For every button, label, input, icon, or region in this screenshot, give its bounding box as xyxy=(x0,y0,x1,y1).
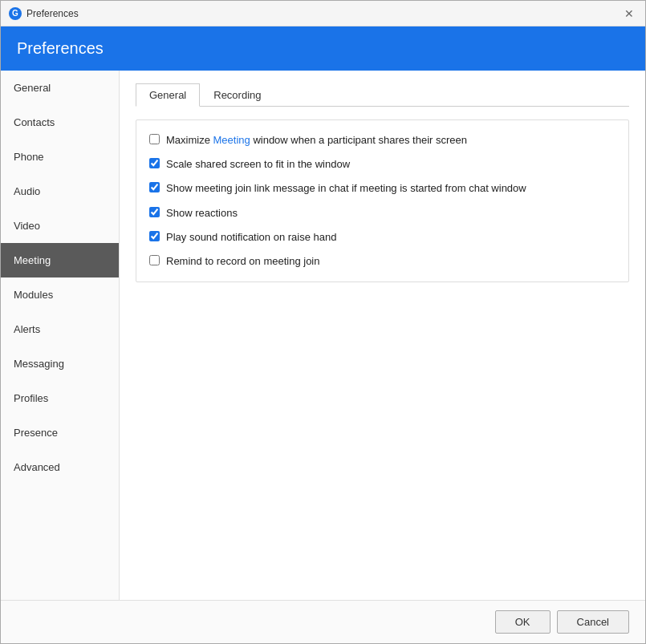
label-maximize-meeting: Maximize Meeting window when a participa… xyxy=(166,133,467,148)
sidebar-item-general[interactable]: General xyxy=(1,71,119,105)
sidebar-item-phone[interactable]: Phone xyxy=(1,140,119,174)
label-show-join-link: Show meeting join link message in chat i… xyxy=(166,181,526,196)
option-maximize-meeting: Maximize Meeting window when a participa… xyxy=(149,133,616,148)
header-title: Preferences xyxy=(17,39,104,57)
sidebar: General Contacts Phone Audio Video Meeti… xyxy=(1,71,120,600)
title-bar: G Preferences ✕ xyxy=(1,1,645,26)
checkbox-maximize-meeting[interactable] xyxy=(149,134,160,144)
label-remind-record: Remind to record on meeting join xyxy=(166,254,320,269)
sidebar-item-modules[interactable]: Modules xyxy=(1,277,119,312)
tab-general[interactable]: General xyxy=(136,83,200,107)
app-icon: G xyxy=(9,7,22,20)
sidebar-item-advanced[interactable]: Advanced xyxy=(1,450,119,484)
sidebar-item-video[interactable]: Video xyxy=(1,209,119,243)
sidebar-item-messaging[interactable]: Messaging xyxy=(1,346,119,381)
tab-recording[interactable]: Recording xyxy=(200,83,274,107)
option-scale-shared: Scale shared screen to fit in the window xyxy=(149,157,616,172)
checkbox-show-reactions[interactable] xyxy=(149,207,160,217)
options-area: Maximize Meeting window when a participa… xyxy=(136,119,629,282)
preferences-window: G Preferences ✕ Preferences General Cont… xyxy=(0,0,646,644)
content-area: General Contacts Phone Audio Video Meeti… xyxy=(1,71,645,600)
title-bar-left: G Preferences xyxy=(9,7,79,20)
main-content: General Recording Maximize Meeting windo… xyxy=(120,71,645,600)
option-show-reactions: Show reactions xyxy=(149,206,616,221)
option-remind-record: Remind to record on meeting join xyxy=(149,254,616,269)
title-bar-title: Preferences xyxy=(26,8,79,19)
header: Preferences xyxy=(1,26,645,71)
sidebar-item-presence[interactable]: Presence xyxy=(1,415,119,450)
label-scale-shared: Scale shared screen to fit in the window xyxy=(166,157,350,172)
close-button[interactable]: ✕ xyxy=(621,6,637,21)
sidebar-item-meeting[interactable]: Meeting xyxy=(1,243,119,277)
sidebar-item-profiles[interactable]: Profiles xyxy=(1,381,119,415)
option-show-join-link: Show meeting join link message in chat i… xyxy=(149,181,616,196)
checkbox-remind-record[interactable] xyxy=(149,255,160,265)
label-show-reactions: Show reactions xyxy=(166,206,238,221)
checkbox-scale-shared[interactable] xyxy=(149,158,160,168)
ok-button[interactable]: OK xyxy=(495,610,551,634)
label-play-sound: Play sound notification on raise hand xyxy=(166,230,336,245)
meeting-link[interactable]: Meeting xyxy=(213,134,250,146)
footer: OK Cancel xyxy=(1,600,645,643)
option-play-sound: Play sound notification on raise hand xyxy=(149,230,616,245)
cancel-button[interactable]: Cancel xyxy=(557,610,629,634)
checkbox-play-sound[interactable] xyxy=(149,231,160,241)
sidebar-item-alerts[interactable]: Alerts xyxy=(1,312,119,346)
sidebar-item-audio[interactable]: Audio xyxy=(1,174,119,209)
sidebar-item-contacts[interactable]: Contacts xyxy=(1,105,119,140)
checkbox-show-join-link[interactable] xyxy=(149,182,160,192)
tabs-bar: General Recording xyxy=(136,83,629,107)
